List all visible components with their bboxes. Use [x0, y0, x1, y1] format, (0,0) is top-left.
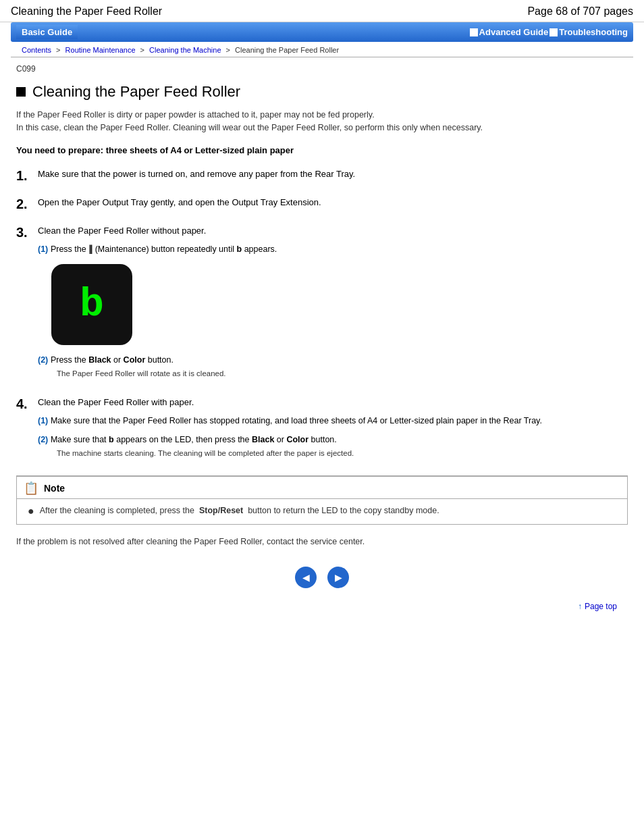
led-letter-b: b [80, 284, 104, 325]
substep-3-1-text: Press the ‖ (Maintenance) button repeate… [51, 244, 277, 254]
breadcrumb-current: Cleaning the Paper Feed Roller [235, 46, 339, 54]
basic-guide-label[interactable]: Basic Guide [16, 25, 78, 39]
note-title: Note [44, 483, 65, 494]
substep-4-1: (1) Make sure that the Paper Feed Roller… [38, 414, 628, 427]
intro-line1: If the Paper Feed Roller is dirty or pap… [16, 110, 375, 120]
troubleshooting-link[interactable]: Troubleshooting [559, 27, 628, 37]
step-2-number: 2. [16, 196, 31, 212]
breadcrumb: Contents > Routine Maintenance > Cleanin… [11, 42, 633, 57]
breadcrumb-routine-maintenance[interactable]: Routine Maintenance [65, 46, 136, 54]
step-1-number: 1. [16, 167, 31, 184]
step-1: 1. Make sure that the power is turned on… [16, 167, 628, 184]
intro-text: If the Paper Feed Roller is dirty or pap… [16, 109, 628, 134]
page-header: Cleaning the Paper Feed Roller Page 68 o… [0, 0, 644, 22]
page-info: Page 68 of 707 pages [527, 5, 633, 18]
step-3: 3. Clean the Paper Feed Roller without p… [16, 224, 628, 384]
code-ref: C099 [16, 64, 628, 74]
substep-3-2-text: Press the Black or Color button. [51, 355, 173, 365]
step-1-text: Make sure that the power is turned on, a… [38, 169, 355, 179]
substep-4-2: (2) Make sure that b appears on the LED,… [38, 433, 628, 459]
substep-4-2-label: (2) [38, 435, 48, 444]
substep-3-1-label: (1) [38, 244, 48, 254]
substep-3-2-label: (2) [38, 355, 48, 365]
note-header: 📋 Note [17, 477, 627, 499]
step-1-content: Make sure that the power is turned on, a… [38, 167, 628, 181]
substep-4-1-label: (1) [38, 416, 48, 425]
step-4: 4. Clean the Paper Feed Roller with pape… [16, 396, 628, 463]
troubleshooting-checkbox[interactable] [549, 28, 558, 36]
nav-bar-links: Advanced Guide Troubleshooting [470, 27, 628, 37]
note-bullet: ● After the cleaning is completed, press… [28, 504, 616, 517]
advanced-guide-checkbox[interactable] [470, 28, 478, 36]
intro-line2: In this case, clean the Paper Feed Rolle… [16, 123, 483, 132]
step-3-number: 3. [16, 224, 31, 240]
prepare-heading: You need to prepare: three sheets of A4 … [16, 145, 628, 155]
step-3-text: Clean the Paper Feed Roller without pape… [38, 226, 206, 236]
page-top-link[interactable]: ↑ Page top [578, 602, 617, 611]
next-page-button[interactable]: ▶ [327, 567, 349, 588]
substep-3-2-note: The Paper Feed Roller will rotate as it … [57, 368, 628, 380]
breadcrumb-cleaning-machine[interactable]: Cleaning the Machine [149, 46, 221, 54]
led-display-image: b [51, 264, 132, 345]
step-4-text: Clean the Paper Feed Roller with paper. [38, 397, 194, 407]
nav-bar: Basic Guide Advanced Guide Troubleshooti… [11, 22, 633, 42]
note-icon: 📋 [24, 481, 38, 496]
note-dot-icon: ● [28, 504, 34, 517]
page-title-text: Cleaning the Paper Feed Roller [32, 83, 240, 101]
note-body: ● After the cleaning is completed, press… [17, 499, 627, 524]
step-2: 2. Open the Paper Output Tray gently, an… [16, 196, 628, 212]
page-top-arrow-icon: ↑ [578, 602, 582, 611]
display-image-wrap: b [51, 264, 628, 345]
footer-note: If the problem is not resolved after cle… [16, 537, 628, 546]
page-title: Cleaning the Paper Feed Roller [16, 83, 628, 101]
main-content: C099 Cleaning the Paper Feed Roller If t… [0, 57, 644, 638]
substep-4-2-note: The machine starts cleaning. The cleanin… [57, 448, 628, 459]
substep-3-1: (1) Press the ‖ (Maintenance) button rep… [38, 242, 628, 256]
substep-4-1-text: Make sure that the Paper Feed Roller has… [51, 416, 542, 425]
maintenance-icon: ‖ [88, 244, 92, 254]
step-2-text: Open the Paper Output Tray gently, and o… [38, 197, 321, 207]
page-top-wrap: ↑ Page top [16, 602, 628, 625]
substep-3-2: (2) Press the Black or Color button. The… [38, 353, 628, 380]
document-title: Cleaning the Paper Feed Roller [11, 5, 162, 18]
step-3-content: Clean the Paper Feed Roller without pape… [38, 224, 628, 384]
note-text: After the cleaning is completed, press t… [40, 504, 439, 517]
page-top-text: Page top [585, 602, 617, 611]
step-4-number: 4. [16, 396, 31, 412]
title-square-icon [16, 87, 26, 97]
substep-4-2-text: Make sure that b appears on the LED, the… [51, 435, 337, 444]
note-box: 📋 Note ● After the cleaning is completed… [16, 475, 628, 525]
step-2-content: Open the Paper Output Tray gently, and o… [38, 196, 628, 209]
breadcrumb-contents[interactable]: Contents [22, 46, 51, 54]
step-4-content: Clean the Paper Feed Roller with paper. … [38, 396, 628, 463]
advanced-guide-link[interactable]: Advanced Guide [479, 27, 549, 37]
prev-page-button[interactable]: ◀ [295, 567, 317, 588]
bottom-nav: ◀ ▶ [16, 567, 628, 588]
